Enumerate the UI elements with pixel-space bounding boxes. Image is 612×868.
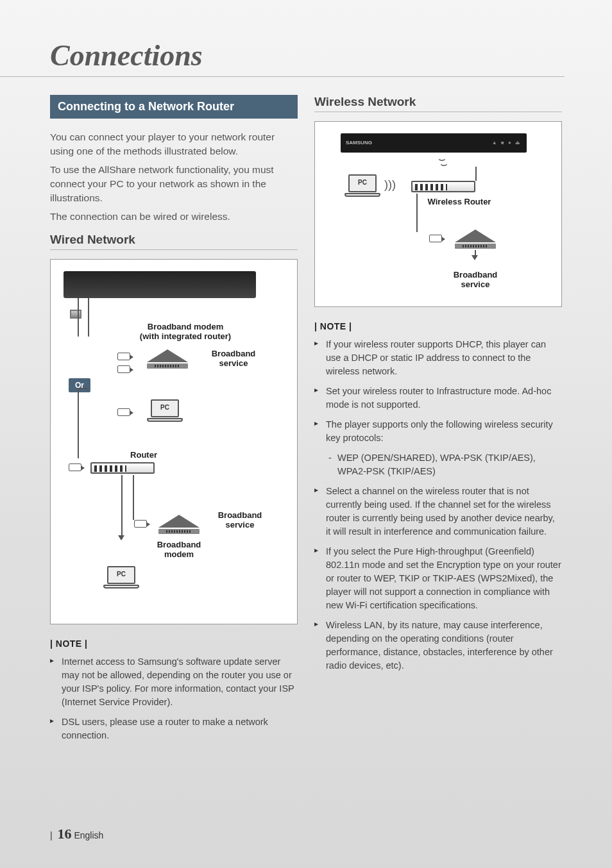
wireless-network-diagram: SAMSUNG ▲ ■ ● ⏏ ⌣ ⌣ PC ))) Wireless Rout…: [314, 121, 562, 307]
pc-label-text-3: PC: [344, 179, 380, 186]
pc-laptop-icon: PC: [344, 174, 380, 200]
pc-label-text-2: PC: [103, 571, 139, 578]
note-item: The player supports only the following w…: [314, 418, 562, 445]
plug-icon: [117, 353, 130, 360]
wireless-router-label: Wireless Router: [418, 197, 501, 207]
bb-modem-line1: Broadband modem: [148, 322, 223, 331]
chapter-title: Connections: [0, 38, 565, 77]
section-header-connecting: Connecting to a Network Router: [50, 95, 298, 119]
note-item: Wireless LAN, by its nature, may cause i…: [314, 619, 562, 672]
bb-service2-l1: Broadband: [218, 510, 262, 520]
content-columns: Connecting to a Network Router You can c…: [0, 95, 612, 749]
pc-laptop-icon: PC: [103, 566, 139, 592]
broadband-modem-label: Broadband modem: [147, 540, 211, 560]
note-list-left: Internet access to Samsung's software up…: [50, 655, 298, 742]
player-device-icon: SAMSUNG ▲ ■ ● ⏏: [341, 133, 527, 153]
note-item: If your wireless router supports DHCP, t…: [314, 338, 562, 378]
divider-line: [314, 112, 562, 112]
note-item: Select a channel on the wireless router …: [314, 485, 562, 538]
player-device-icon: [64, 271, 256, 298]
plug-icon: [429, 235, 442, 242]
page-number: 16: [58, 826, 72, 842]
left-column: Connecting to a Network Router You can c…: [50, 95, 298, 749]
samsung-brand-text: SAMSUNG: [346, 140, 372, 146]
modem-icon: [455, 230, 496, 249]
bb-service-wl-l1: Broadband: [454, 270, 498, 280]
page: Connections Connecting to a Network Rout…: [0, 0, 612, 868]
page-footer: | 16 English: [50, 826, 103, 842]
intro-paragraph-1: You can connect your player to your netw…: [50, 130, 298, 158]
plug-icon: [117, 365, 130, 373]
bb-service-l2: service: [219, 358, 248, 368]
note-item: If you select the Pure High-throughput (…: [314, 545, 562, 612]
wifi-signal-icon: ⌣: [438, 153, 446, 166]
router-label: Router: [121, 451, 166, 460]
intro-paragraph-2: To use the AllShare network functionalit…: [50, 163, 298, 204]
router-icon: [90, 462, 155, 474]
modem-icon: [147, 349, 188, 369]
note-list-right: If your wireless router supports DHCP, t…: [314, 338, 562, 672]
footer-pipe: |: [50, 830, 53, 840]
bb-service2-l2: service: [226, 520, 255, 530]
or-badge: Or: [69, 378, 90, 392]
note-item: DSL users, please use a router to make a…: [50, 715, 298, 742]
note-sub-item: WEP (OPEN/SHARED), WPA-PSK (TKIP/AES), W…: [314, 451, 562, 478]
bb-service-wl-l2: service: [461, 280, 490, 289]
broadband-service-label-1: Broadband service: [205, 349, 262, 369]
note-item: Set your wireless router to Infrastructu…: [314, 385, 562, 412]
bb-modem-line2: (with integrated router): [140, 331, 231, 341]
broadband-service-label-2: Broadband service: [211, 511, 269, 530]
right-column: Wireless Network SAMSUNG ▲ ■ ● ⏏ ⌣ ⌣ PC …: [314, 95, 562, 749]
note-header-right: | NOTE |: [314, 321, 562, 331]
wired-network-heading: Wired Network: [50, 233, 298, 247]
plug-icon: [117, 408, 130, 416]
pc-label-text: PC: [147, 404, 183, 411]
bb-modem-l2: modem: [164, 549, 194, 559]
footer-language: English: [74, 830, 103, 840]
intro-paragraph-3: The connection can be wired or wireless.: [50, 210, 298, 224]
broadband-service-label-wireless: Broadband service: [443, 271, 507, 290]
wired-network-diagram: Broadband modem (with integrated router)…: [50, 259, 298, 624]
antenna-icon: [475, 167, 477, 181]
wireless-router-icon: [411, 181, 475, 192]
note-header-left: | NOTE |: [50, 638, 298, 649]
pc-laptop-icon: PC: [147, 399, 183, 425]
wireless-network-heading: Wireless Network: [314, 95, 562, 109]
player-status-icons: ▲ ■ ● ⏏: [492, 140, 522, 146]
divider-line: [50, 249, 298, 250]
wifi-signal-icon: ))): [384, 178, 396, 192]
plug-icon: [134, 520, 147, 528]
bb-service-l1: Broadband: [212, 349, 256, 358]
modem-icon: [158, 515, 200, 534]
bb-modem-l1: Broadband: [157, 540, 201, 549]
note-item: Internet access to Samsung's software up…: [50, 655, 298, 709]
ethernet-port-icon: [70, 310, 81, 319]
plug-icon: [69, 463, 81, 471]
broadband-modem-integrated-label: Broadband modem (with integrated router): [121, 322, 250, 342]
